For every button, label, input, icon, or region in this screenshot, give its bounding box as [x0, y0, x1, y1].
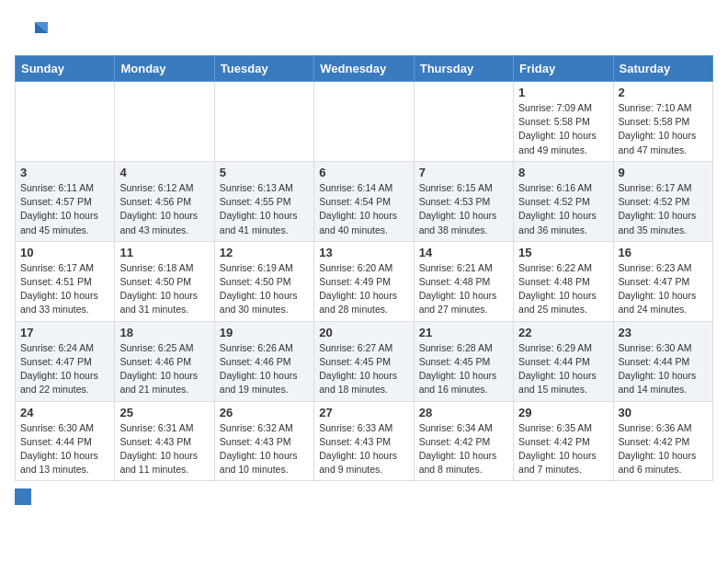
day-info: Sunrise: 7:10 AM Sunset: 5:58 PM Dayligh… [619, 101, 708, 157]
calendar-week-1: 1Sunrise: 7:09 AM Sunset: 5:58 PM Daylig… [16, 82, 713, 162]
day-number: 15 [518, 246, 608, 259]
day-number: 22 [518, 326, 608, 339]
calendar-week-4: 17Sunrise: 6:24 AM Sunset: 4:47 PM Dayli… [16, 321, 713, 401]
day-number: 26 [220, 406, 309, 419]
page-header [15, 15, 713, 48]
calendar-cell: 19Sunrise: 6:26 AM Sunset: 4:46 PM Dayli… [214, 321, 313, 401]
day-info: Sunrise: 6:22 AM Sunset: 4:48 PM Dayligh… [518, 261, 608, 317]
footer-bar [15, 488, 713, 505]
day-number: 4 [119, 166, 209, 179]
calendar-week-5: 24Sunrise: 6:30 AM Sunset: 4:44 PM Dayli… [16, 401, 713, 481]
calendar-header-monday: Monday [115, 56, 214, 82]
day-info: Sunrise: 6:24 AM Sunset: 4:47 PM Dayligh… [20, 341, 109, 397]
day-info: Sunrise: 6:21 AM Sunset: 4:48 PM Dayligh… [419, 261, 508, 317]
calendar-cell: 3Sunrise: 6:11 AM Sunset: 4:57 PM Daylig… [16, 161, 115, 241]
day-number: 10 [20, 246, 109, 259]
day-number: 1 [518, 86, 608, 99]
logo [15, 15, 51, 48]
calendar-cell: 6Sunrise: 6:14 AM Sunset: 4:54 PM Daylig… [314, 161, 414, 241]
day-info: Sunrise: 6:25 AM Sunset: 4:46 PM Dayligh… [119, 341, 209, 397]
day-info: Sunrise: 6:33 AM Sunset: 4:43 PM Dayligh… [319, 421, 408, 477]
day-number: 11 [119, 246, 209, 259]
day-info: Sunrise: 6:27 AM Sunset: 4:45 PM Dayligh… [319, 341, 408, 397]
day-info: Sunrise: 6:23 AM Sunset: 4:47 PM Dayligh… [619, 261, 708, 317]
day-number: 8 [518, 166, 608, 179]
day-number: 16 [619, 246, 708, 259]
day-info: Sunrise: 6:18 AM Sunset: 4:50 PM Dayligh… [119, 261, 209, 317]
day-info: Sunrise: 6:29 AM Sunset: 4:44 PM Dayligh… [518, 341, 608, 397]
calendar-header-wednesday: Wednesday [314, 56, 414, 82]
day-number: 23 [619, 326, 708, 339]
day-info: Sunrise: 6:16 AM Sunset: 4:52 PM Dayligh… [518, 181, 608, 237]
calendar-cell [214, 82, 313, 162]
calendar-cell: 11Sunrise: 6:18 AM Sunset: 4:50 PM Dayli… [115, 241, 214, 321]
calendar-header-friday: Friday [514, 56, 613, 82]
day-info: Sunrise: 6:30 AM Sunset: 4:44 PM Dayligh… [619, 341, 708, 397]
day-number: 5 [220, 166, 309, 179]
day-number: 17 [20, 326, 109, 339]
day-info: Sunrise: 6:11 AM Sunset: 4:57 PM Dayligh… [20, 181, 109, 237]
day-info: Sunrise: 6:13 AM Sunset: 4:55 PM Dayligh… [220, 181, 309, 237]
calendar-header-saturday: Saturday [613, 56, 712, 82]
day-info: Sunrise: 6:32 AM Sunset: 4:43 PM Dayligh… [220, 421, 309, 477]
calendar-header-row: SundayMondayTuesdayWednesdayThursdayFrid… [16, 56, 713, 82]
day-info: Sunrise: 6:30 AM Sunset: 4:44 PM Dayligh… [20, 421, 109, 477]
day-info: Sunrise: 6:31 AM Sunset: 4:43 PM Dayligh… [119, 421, 209, 477]
day-number: 12 [220, 246, 309, 259]
calendar-cell: 27Sunrise: 6:33 AM Sunset: 4:43 PM Dayli… [314, 401, 414, 481]
calendar-header-tuesday: Tuesday [214, 56, 313, 82]
day-info: Sunrise: 6:28 AM Sunset: 4:45 PM Dayligh… [419, 341, 508, 397]
day-number: 7 [419, 166, 508, 179]
day-number: 29 [518, 406, 608, 419]
calendar-cell: 12Sunrise: 6:19 AM Sunset: 4:50 PM Dayli… [214, 241, 313, 321]
day-info: Sunrise: 6:20 AM Sunset: 4:49 PM Dayligh… [319, 261, 408, 317]
day-info: Sunrise: 6:35 AM Sunset: 4:42 PM Dayligh… [518, 421, 608, 477]
calendar-cell: 28Sunrise: 6:34 AM Sunset: 4:42 PM Dayli… [414, 401, 513, 481]
day-number: 21 [419, 326, 508, 339]
day-number: 27 [319, 406, 408, 419]
day-number: 14 [419, 246, 508, 259]
calendar-cell: 5Sunrise: 6:13 AM Sunset: 4:55 PM Daylig… [214, 161, 313, 241]
day-number: 19 [220, 326, 309, 339]
day-number: 30 [619, 406, 708, 419]
day-number: 2 [619, 86, 708, 99]
calendar-cell: 30Sunrise: 6:36 AM Sunset: 4:42 PM Dayli… [613, 401, 712, 481]
calendar-cell: 24Sunrise: 6:30 AM Sunset: 4:44 PM Dayli… [16, 401, 115, 481]
calendar-cell: 7Sunrise: 6:15 AM Sunset: 4:53 PM Daylig… [414, 161, 513, 241]
calendar-cell: 14Sunrise: 6:21 AM Sunset: 4:48 PM Dayli… [414, 241, 513, 321]
calendar-cell: 21Sunrise: 6:28 AM Sunset: 4:45 PM Dayli… [414, 321, 513, 401]
calendar-cell: 17Sunrise: 6:24 AM Sunset: 4:47 PM Dayli… [16, 321, 115, 401]
calendar: SundayMondayTuesdayWednesdayThursdayFrid… [15, 55, 713, 481]
day-number: 24 [20, 406, 109, 419]
calendar-cell [414, 82, 513, 162]
day-number: 28 [419, 406, 508, 419]
day-number: 6 [319, 166, 408, 179]
day-info: Sunrise: 6:19 AM Sunset: 4:50 PM Dayligh… [220, 261, 309, 317]
day-info: Sunrise: 6:26 AM Sunset: 4:46 PM Dayligh… [220, 341, 309, 397]
calendar-cell: 8Sunrise: 6:16 AM Sunset: 4:52 PM Daylig… [514, 161, 613, 241]
day-number: 25 [119, 406, 209, 419]
day-number: 3 [20, 166, 109, 179]
calendar-cell: 23Sunrise: 6:30 AM Sunset: 4:44 PM Dayli… [613, 321, 712, 401]
calendar-cell: 26Sunrise: 6:32 AM Sunset: 4:43 PM Dayli… [214, 401, 313, 481]
day-number: 20 [319, 326, 408, 339]
day-info: Sunrise: 6:15 AM Sunset: 4:53 PM Dayligh… [419, 181, 508, 237]
day-info: Sunrise: 6:36 AM Sunset: 4:42 PM Dayligh… [619, 421, 708, 477]
calendar-week-2: 3Sunrise: 6:11 AM Sunset: 4:57 PM Daylig… [16, 161, 713, 241]
calendar-cell [115, 82, 214, 162]
day-info: Sunrise: 6:17 AM Sunset: 4:51 PM Dayligh… [20, 261, 109, 317]
calendar-cell [16, 82, 115, 162]
calendar-cell: 15Sunrise: 6:22 AM Sunset: 4:48 PM Dayli… [514, 241, 613, 321]
day-number: 13 [319, 246, 408, 259]
day-number: 18 [119, 326, 209, 339]
calendar-cell: 1Sunrise: 7:09 AM Sunset: 5:58 PM Daylig… [514, 82, 613, 162]
calendar-cell: 29Sunrise: 6:35 AM Sunset: 4:42 PM Dayli… [514, 401, 613, 481]
calendar-cell: 20Sunrise: 6:27 AM Sunset: 4:45 PM Dayli… [314, 321, 414, 401]
daylight-color-box [15, 488, 31, 505]
calendar-header-sunday: Sunday [16, 56, 115, 82]
day-info: Sunrise: 6:17 AM Sunset: 4:52 PM Dayligh… [619, 181, 708, 237]
day-number: 9 [619, 166, 708, 179]
calendar-cell: 16Sunrise: 6:23 AM Sunset: 4:47 PM Dayli… [613, 241, 712, 321]
day-info: Sunrise: 6:14 AM Sunset: 4:54 PM Dayligh… [319, 181, 408, 237]
calendar-cell [314, 82, 414, 162]
